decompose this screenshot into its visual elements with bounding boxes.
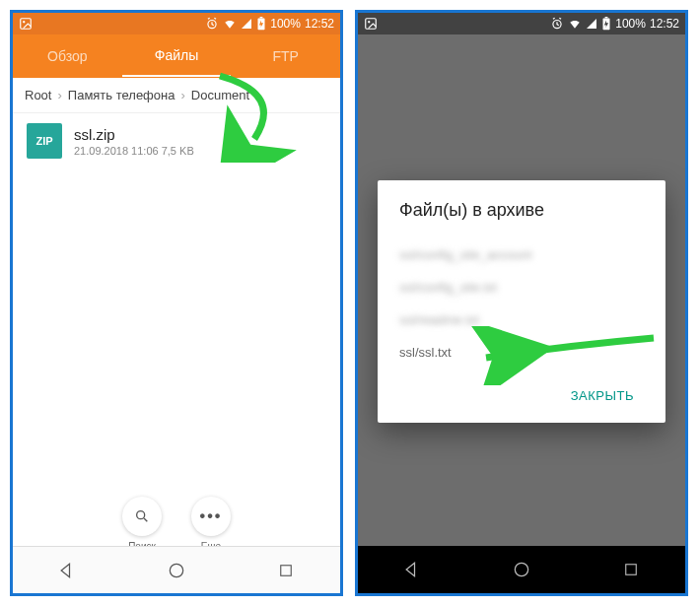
breadcrumb: Root › Память телефона › Document bbox=[13, 78, 340, 113]
clock: 12:52 bbox=[305, 17, 334, 31]
battery-icon bbox=[601, 17, 611, 31]
wifi-icon bbox=[568, 17, 582, 31]
svg-rect-8 bbox=[366, 19, 377, 30]
alarm-icon bbox=[550, 17, 564, 31]
battery-icon bbox=[256, 17, 266, 31]
zip-icon: ZIP bbox=[27, 123, 62, 159]
dialog-file-list: ssl/config_site_account ssl/config_site.… bbox=[399, 238, 644, 369]
file-name: ssl.zip bbox=[74, 126, 326, 143]
battery-pct: 100% bbox=[270, 17, 301, 31]
clock: 12:52 bbox=[650, 17, 679, 31]
crumb-root[interactable]: Root bbox=[21, 88, 55, 102]
close-button[interactable]: ЗАКРЫТЬ bbox=[561, 380, 644, 411]
archive-dialog: Файл(ы) в архиве ssl/config_site_account… bbox=[378, 180, 665, 423]
svg-rect-0 bbox=[21, 19, 32, 30]
file-row[interactable]: ZIP ssl.zip 21.09.2018 11:06 7,5 KB bbox=[13, 113, 340, 168]
svg-rect-4 bbox=[260, 17, 263, 18]
more-button[interactable]: ••• Еще bbox=[191, 497, 231, 536]
crumb-folder[interactable]: Document bbox=[187, 88, 253, 102]
battery-pct: 100% bbox=[615, 17, 646, 31]
status-bar: 100% 12:52 bbox=[358, 13, 685, 34]
tab-bar: Обзор Файлы FTP bbox=[13, 34, 340, 78]
crumb-storage[interactable]: Память телефона bbox=[64, 88, 179, 102]
svg-point-9 bbox=[368, 21, 370, 23]
tab-files[interactable]: Файлы bbox=[122, 35, 232, 77]
svg-rect-14 bbox=[625, 565, 636, 575]
nav-bar bbox=[13, 546, 340, 593]
home-button[interactable] bbox=[509, 557, 534, 582]
svg-rect-12 bbox=[605, 17, 608, 18]
list-item[interactable]: ssl/config_site.txt bbox=[399, 271, 644, 303]
dialog-title: Файл(ы) в архиве bbox=[399, 200, 644, 221]
wifi-icon bbox=[223, 17, 237, 31]
recent-button[interactable] bbox=[273, 558, 299, 583]
recent-button[interactable] bbox=[618, 557, 644, 582]
status-bar: 100% 12:52 bbox=[13, 13, 340, 34]
home-button[interactable] bbox=[164, 558, 189, 583]
signal-icon bbox=[241, 18, 252, 30]
chevron-right-icon: › bbox=[178, 88, 186, 102]
bottom-toolbar: Поиск ••• Еще bbox=[13, 487, 340, 546]
nav-bar bbox=[358, 546, 685, 593]
list-item[interactable]: ssl/config_site_account bbox=[399, 238, 644, 271]
tab-overview[interactable]: Обзор bbox=[13, 36, 122, 76]
list-item[interactable]: ssl/readme.txt bbox=[399, 303, 644, 336]
tab-ftp[interactable]: FTP bbox=[231, 36, 340, 76]
file-meta: 21.09.2018 11:06 7,5 KB bbox=[74, 145, 326, 157]
back-button[interactable] bbox=[54, 558, 80, 583]
svg-point-6 bbox=[170, 564, 182, 576]
chevron-right-icon: › bbox=[55, 88, 63, 102]
alarm-icon bbox=[205, 17, 219, 31]
svg-point-1 bbox=[23, 21, 25, 23]
svg-rect-7 bbox=[280, 565, 291, 575]
back-button[interactable] bbox=[399, 557, 425, 582]
screenshot-icon bbox=[19, 17, 33, 31]
svg-point-5 bbox=[137, 511, 145, 519]
signal-icon bbox=[586, 18, 597, 30]
screenshot-icon bbox=[364, 17, 378, 31]
svg-point-13 bbox=[515, 563, 527, 575]
file-list: ZIP ssl.zip 21.09.2018 11:06 7,5 KB bbox=[13, 113, 340, 490]
search-button[interactable]: Поиск bbox=[122, 497, 162, 536]
list-item[interactable]: ssl/ssl.txt bbox=[399, 336, 644, 369]
